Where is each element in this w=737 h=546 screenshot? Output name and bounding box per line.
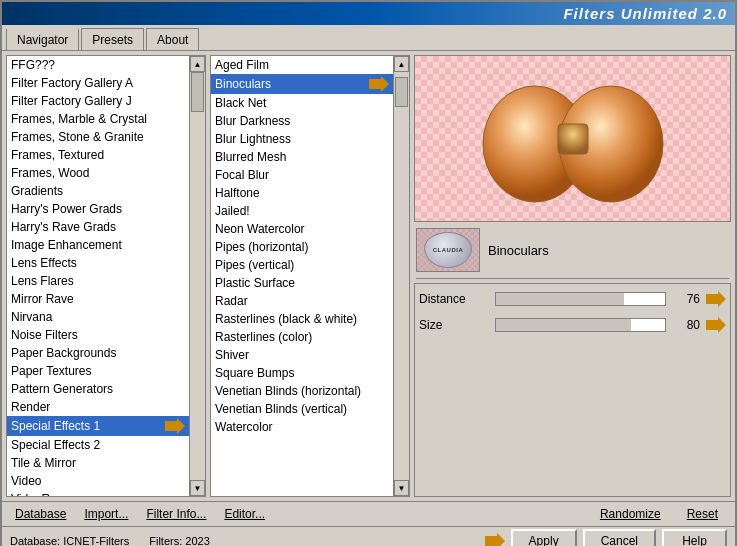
category-item-lens-eff[interactable]: Lens Effects [7, 254, 189, 272]
category-item-sfx1[interactable]: Special Effects 1 [7, 416, 189, 436]
randomize-button[interactable]: Randomize [587, 504, 674, 524]
tab-bar: Navigator Presets About [2, 25, 735, 51]
help-button[interactable]: Help [662, 529, 727, 546]
filter-item-blur-light[interactable]: Blur Lightness [211, 130, 393, 148]
empty-param-3 [419, 340, 726, 362]
filter-item-focal-blur[interactable]: Focal Blur [211, 166, 393, 184]
tab-presets[interactable]: Presets [81, 28, 144, 50]
param-slider-size[interactable] [495, 318, 666, 332]
filter-item-blurred-mesh[interactable]: Blurred Mesh [211, 148, 393, 166]
cancel-button[interactable]: Cancel [583, 529, 656, 546]
app-window: Filters Unlimited 2.0 Navigator Presets … [0, 0, 737, 546]
filter-item-venetian-v[interactable]: Venetian Blinds (vertical) [211, 400, 393, 418]
svg-marker-5 [706, 291, 726, 307]
filter-thumbnail: CLAUDIA [416, 228, 480, 272]
filter-item-binoculars[interactable]: Binoculars [211, 74, 393, 94]
svg-rect-4 [558, 124, 588, 154]
category-item-harrys-rg[interactable]: Harry's Rave Grads [7, 218, 189, 236]
binoculars-arrow-icon [369, 76, 389, 92]
category-item-frames-sg[interactable]: Frames, Stone & Granite [7, 128, 189, 146]
filter-item-square-b[interactable]: Square Bumps [211, 364, 393, 382]
param-label-size: Size [419, 318, 489, 332]
filter-item-aged-film[interactable]: Aged Film [211, 56, 393, 74]
reset-button[interactable]: Reset [674, 504, 731, 524]
sfx1-arrow-icon [165, 418, 185, 434]
filter-item-halftone[interactable]: Halftone [211, 184, 393, 202]
empty-param-5 [419, 392, 726, 414]
apply-arrow-icon [485, 533, 505, 546]
right-panel: CLAUDIA Binoculars Distance 76 [414, 55, 731, 497]
thumb-title-row: CLAUDIA Binoculars [414, 226, 731, 274]
category-item-mirror-r[interactable]: Mirror Rave [7, 290, 189, 308]
editor-button[interactable]: Editor... [215, 504, 274, 524]
filters-scroll-track[interactable] [394, 72, 409, 480]
category-item-img-enh[interactable]: Image Enhancement [7, 236, 189, 254]
category-item-frames-tx[interactable]: Frames, Textured [7, 146, 189, 164]
filters-scrollbar: ▲ ▼ [393, 56, 409, 496]
categories-panel: FFG??? Filter Factory Gallery A Filter F… [6, 55, 206, 497]
empty-param-6 [419, 418, 726, 440]
filter-item-shiver[interactable]: Shiver [211, 346, 393, 364]
scroll-down-arrow[interactable]: ▼ [190, 480, 205, 496]
category-item-video[interactable]: Video [7, 472, 189, 490]
filters-scroll-down[interactable]: ▼ [394, 480, 409, 496]
separator1 [416, 278, 729, 279]
filter-item-jailed[interactable]: Jailed! [211, 202, 393, 220]
app-title: Filters Unlimited 2.0 [563, 5, 727, 22]
import-button[interactable]: Import... [75, 504, 137, 524]
filters-scroll-thumb[interactable] [395, 77, 408, 107]
category-item-lens-fl[interactable]: Lens Flares [7, 272, 189, 290]
scroll-thumb[interactable] [191, 72, 204, 112]
scroll-up-arrow[interactable]: ▲ [190, 56, 205, 72]
category-item-nirvana[interactable]: Nirvana [7, 308, 189, 326]
action-buttons: Apply Cancel Help [485, 529, 727, 546]
filter-item-black-net[interactable]: Black Net [211, 94, 393, 112]
filter-item-plastic-s[interactable]: Plastic Surface [211, 274, 393, 292]
scroll-track[interactable] [190, 72, 205, 480]
category-item-paper-tx[interactable]: Paper Textures [7, 362, 189, 380]
category-item-videor[interactable]: VideoRave [7, 490, 189, 496]
category-item-ffga[interactable]: Filter Factory Gallery A [7, 74, 189, 92]
filter-item-rasterlines-bw[interactable]: Rasterlines (black & white) [211, 310, 393, 328]
filter-item-blur-dark[interactable]: Blur Darkness [211, 112, 393, 130]
filter-item-watercolor[interactable]: Watercolor [211, 418, 393, 436]
filter-item-pipes-v[interactable]: Pipes (vertical) [211, 256, 393, 274]
param-row-size: Size 80 [419, 314, 726, 336]
category-item-harrys-pg[interactable]: Harry's Power Grads [7, 200, 189, 218]
params-area: Distance 76 Size 80 [414, 283, 731, 497]
category-item-frames-mc[interactable]: Frames, Marble & Crystal [7, 110, 189, 128]
categories-scrollbar: ▲ ▼ [189, 56, 205, 496]
category-item-sfx2[interactable]: Special Effects 2 [7, 436, 189, 454]
category-item-ffg[interactable]: FFG??? [7, 56, 189, 74]
tab-navigator[interactable]: Navigator [6, 28, 79, 50]
filters-scroll-up[interactable]: ▲ [394, 56, 409, 72]
status-bar: Database: ICNET-Filters Filters: 2023 Ap… [2, 526, 735, 546]
bottom-toolbar: Database Import... Filter Info... Editor… [2, 501, 735, 526]
apply-button[interactable]: Apply [511, 529, 577, 546]
filter-item-rasterlines-c[interactable]: Rasterlines (color) [211, 328, 393, 346]
preview-area [414, 55, 731, 222]
size-arrow-icon [706, 317, 726, 333]
category-item-gradients[interactable]: Gradients [7, 182, 189, 200]
filter-item-venetian-h[interactable]: Venetian Blinds (horizontal) [211, 382, 393, 400]
categories-list: FFG??? Filter Factory Gallery A Filter F… [7, 56, 189, 496]
category-item-ffgj[interactable]: Filter Factory Gallery J [7, 92, 189, 110]
filters-status: Filters: 2023 [149, 535, 210, 546]
filter-item-radar[interactable]: Radar [211, 292, 393, 310]
param-slider-distance[interactable] [495, 292, 666, 306]
param-value-size: 80 [672, 318, 700, 332]
category-item-paper-bg[interactable]: Paper Backgrounds [7, 344, 189, 362]
filters-panel: Aged Film Binoculars Black Net Blur Dark… [210, 55, 410, 497]
filter-item-neon-wc[interactable]: Neon Watercolor [211, 220, 393, 238]
filter-info-button[interactable]: Filter Info... [137, 504, 215, 524]
category-item-noise-f[interactable]: Noise Filters [7, 326, 189, 344]
category-item-pattern-g[interactable]: Pattern Generators [7, 380, 189, 398]
category-item-render[interactable]: Render [7, 398, 189, 416]
category-item-tile-m[interactable]: Tile & Mirror [7, 454, 189, 472]
filter-item-pipes-h[interactable]: Pipes (horizontal) [211, 238, 393, 256]
database-button[interactable]: Database [6, 504, 75, 524]
category-item-frames-w[interactable]: Frames, Wood [7, 164, 189, 182]
tab-about[interactable]: About [146, 28, 199, 50]
filters-list: Aged Film Binoculars Black Net Blur Dark… [211, 56, 393, 496]
binoculars-preview [473, 55, 673, 222]
